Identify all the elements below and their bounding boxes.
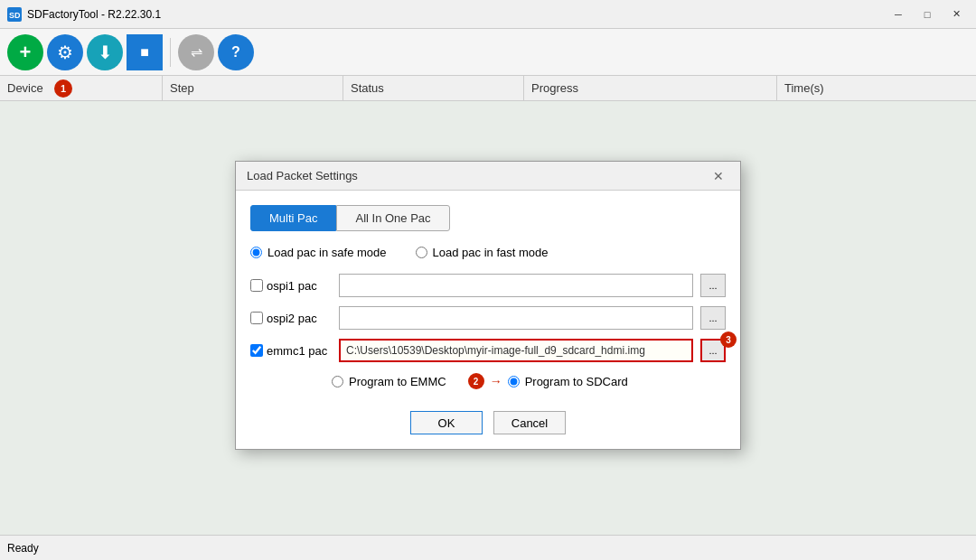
svg-text:SD: SD <box>9 11 21 20</box>
program-emmc-radio[interactable] <box>332 376 343 387</box>
add-button[interactable]: + <box>7 34 43 70</box>
window-title: SDFactoryTool - R2.22.30.1 <box>27 8 886 21</box>
ospi2-text: ospi2 pac <box>267 312 317 325</box>
ospi1-text: ospi1 pac <box>267 279 317 293</box>
status-text: Ready <box>7 542 39 555</box>
dialog-close-button[interactable]: ✕ <box>708 165 729 187</box>
close-button[interactable]: ✕ <box>943 5 969 23</box>
emmc1-row: emmc1 pac ... 3 <box>250 339 726 362</box>
title-bar: SD SDFactoryTool - R2.22.30.1 ─ □ ✕ <box>0 0 976 29</box>
ospi2-checkbox[interactable] <box>250 312 263 324</box>
toolbar: + ⚙ ⬇ ■ ⇌ ? <box>0 29 976 76</box>
col-status: Status <box>343 76 524 100</box>
program-sdcard-text: Program to SDCard <box>525 375 628 388</box>
safe-mode-radio[interactable] <box>250 247 262 258</box>
emmc1-label[interactable]: emmc1 pac <box>250 344 332 358</box>
load-packet-dialog: Load Packet Settings ✕ Multi Pac All In … <box>235 161 741 450</box>
ospi2-input[interactable] <box>339 306 693 330</box>
tab-multi-pac[interactable]: Multi Pac <box>250 205 336 231</box>
safe-mode-text: Load pac in safe mode <box>267 246 387 259</box>
stop-icon: ■ <box>140 44 149 61</box>
program-sdcard-radio[interactable] <box>508 376 520 387</box>
dialog-title: Load Packet Settings <box>247 169 708 182</box>
program-options: Program to EMMC 2 → Program to SDCard <box>332 373 726 389</box>
col-device: Device 1 <box>0 76 163 100</box>
add-icon: + <box>20 42 32 62</box>
col-progress: Progress <box>524 76 777 100</box>
ospi2-label[interactable]: ospi2 pac <box>250 312 332 325</box>
mode-options: Load pac in safe mode Load pac in fast m… <box>250 246 726 259</box>
ospi1-browse-button[interactable]: ... <box>700 274 726 297</box>
step-badge-3: 3 <box>720 331 737 348</box>
program-emmc-text: Program to EMMC <box>349 375 446 388</box>
ospi2-browse-button[interactable]: ... <box>700 306 726 330</box>
gear-icon: ⚙ <box>57 42 73 63</box>
device-badge: 1 <box>54 79 72 98</box>
main-area: Load Packet Settings ✕ Multi Pac All In … <box>0 101 976 535</box>
fast-mode-radio[interactable] <box>416 247 427 258</box>
ospi1-label[interactable]: ospi1 pac <box>250 279 332 293</box>
app-icon: SD <box>7 7 22 22</box>
config-button[interactable]: ⇌ <box>178 34 214 70</box>
arrow-icon: → <box>490 374 502 388</box>
window-controls: ─ □ ✕ <box>886 5 969 23</box>
fast-mode-label[interactable]: Load pac in fast mode <box>416 246 549 259</box>
ok-button[interactable]: OK <box>410 411 483 434</box>
restore-button[interactable]: □ <box>915 5 940 23</box>
program-sdcard-label[interactable]: Program to SDCard <box>508 375 628 388</box>
config-icon: ⇌ <box>191 43 202 61</box>
step-badge-2: 2 <box>468 373 484 389</box>
col-step: Step <box>163 76 343 100</box>
ospi1-checkbox[interactable] <box>250 279 263 292</box>
browse-dots: ... <box>709 345 717 356</box>
download-icon: ⬇ <box>98 42 113 63</box>
ospi2-row: ospi2 pac ... <box>250 306 726 330</box>
minimize-button[interactable]: ─ <box>886 5 911 23</box>
ospi1-row: ospi1 pac ... <box>250 274 726 297</box>
emmc1-input[interactable] <box>339 339 693 362</box>
program-emmc-label[interactable]: Program to EMMC <box>332 375 446 388</box>
column-header: Device 1 Step Status Progress Time(s) <box>0 76 976 101</box>
dialog-overlay: Load Packet Settings ✕ Multi Pac All In … <box>0 101 976 509</box>
help-button[interactable]: ? <box>218 34 254 70</box>
safe-mode-label[interactable]: Load pac in safe mode <box>250 246 387 259</box>
fast-mode-text: Load pac in fast mode <box>433 246 549 259</box>
emmc1-browse-button[interactable]: ... 3 <box>700 339 726 362</box>
cancel-button[interactable]: Cancel <box>493 411 566 434</box>
col-time: Time(s) <box>777 76 976 100</box>
dialog-buttons: OK Cancel <box>250 404 726 434</box>
tab-all-in-one-pac[interactable]: All In One Pac <box>336 205 449 231</box>
help-icon: ? <box>231 44 240 61</box>
status-bar: Ready <box>0 535 976 560</box>
emmc1-checkbox[interactable] <box>250 344 263 357</box>
download-button[interactable]: ⬇ <box>87 34 123 70</box>
dialog-body: Multi Pac All In One Pac Load pac in saf… <box>236 191 740 449</box>
toolbar-separator <box>170 38 171 67</box>
ospi1-input[interactable] <box>339 274 693 297</box>
emmc1-text: emmc1 pac <box>267 344 327 358</box>
settings-button[interactable]: ⚙ <box>47 34 83 70</box>
dialog-title-bar: Load Packet Settings ✕ <box>236 162 740 191</box>
tab-bar: Multi Pac All In One Pac <box>250 205 726 231</box>
stop-button[interactable]: ■ <box>127 34 163 70</box>
